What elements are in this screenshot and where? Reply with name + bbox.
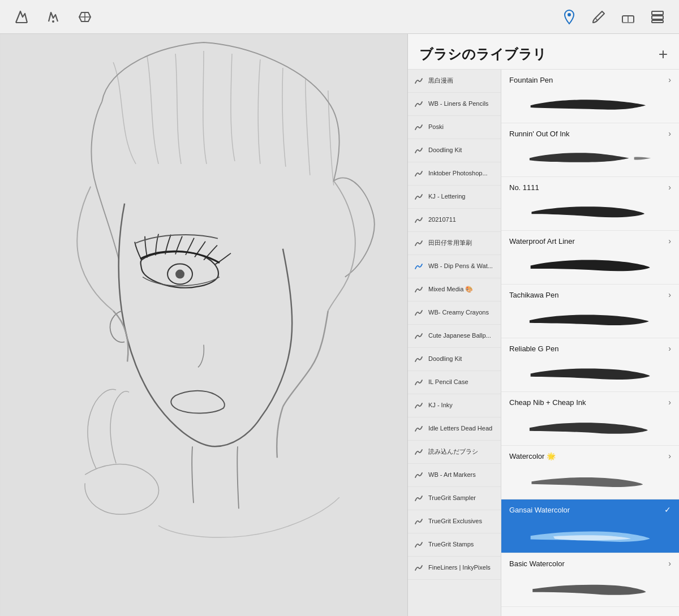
sketch-icon[interactable] (43, 7, 63, 27)
brush-stroke-preview (509, 303, 671, 332)
category-item[interactable]: Doodling Kit (408, 348, 501, 371)
brush-item[interactable]: Reliable G Pen› (501, 338, 679, 392)
category-label: 読み込んだブラシ (428, 448, 478, 455)
brush-body: 黒白漫画 WB - Liners & Pencils Poski Doodlin… (408, 70, 679, 616)
category-brush-icon (414, 354, 424, 364)
category-item[interactable]: WB- Creamy Crayons (408, 301, 501, 325)
category-item[interactable]: TrueGrit Exclusives (408, 510, 501, 533)
brush-item[interactable]: Fountain Pen› (501, 70, 679, 123)
category-item[interactable]: Doodling Kit (408, 139, 501, 162)
brush-panel: ブラシのライブラリ + 黒白漫画 WB - Liners & Pencils P… (407, 34, 679, 616)
category-label: Cute Japanese Ballp... (428, 332, 491, 339)
category-item[interactable]: Cute Japanese Ballp... (408, 325, 501, 348)
category-item[interactable]: FineLiners | InkyPixels (408, 557, 501, 580)
brush-name: Gansai Watercolor✓ (509, 505, 671, 514)
category-brush-icon (414, 470, 424, 480)
brush-name-label: Watercolor 🌟 (509, 452, 556, 460)
brush-item[interactable]: Tachikawa Pen› (501, 285, 679, 338)
brush-panel-title: ブラシのライブラリ (419, 45, 547, 63)
brush-item[interactable]: Waterproof Art Liner› (501, 231, 679, 285)
category-brush-icon (414, 215, 424, 225)
category-item[interactable]: 読み込んだブラシ (408, 441, 501, 464)
brush-stroke-preview (509, 464, 671, 493)
category-brush-icon (414, 122, 424, 132)
category-item[interactable]: 田田仔常用筆刷 (408, 232, 501, 255)
brush-edit-icon: › (668, 129, 671, 138)
brush-edit-icon: › (668, 559, 671, 568)
brush-edit-icon: ✓ (664, 505, 671, 514)
category-label: TrueGrit Exclusives (428, 518, 482, 525)
brush-name-label: Fountain Pen (509, 76, 553, 84)
category-item[interactable]: KJ - Inky (408, 394, 501, 417)
category-label: WB- Creamy Crayons (428, 309, 489, 316)
category-label: Doodling Kit (428, 355, 462, 363)
category-item[interactable]: 20210711 (408, 209, 501, 232)
category-brush-icon (414, 400, 424, 411)
brush-icon[interactable] (588, 7, 609, 27)
brush-item[interactable]: Cheap Nib + Cheap Ink› (501, 392, 679, 446)
svg-point-1 (52, 20, 54, 23)
transform-icon[interactable] (75, 7, 95, 27)
category-brush-icon (414, 285, 424, 295)
category-brush-icon (414, 424, 424, 434)
brush-edit-icon: › (668, 451, 671, 460)
category-brush-icon (414, 493, 424, 503)
brush-name-label: Cheap Nib + Cheap Ink (509, 398, 586, 407)
brush-name: Runnin' Out Of Ink› (509, 129, 671, 138)
category-item[interactable]: TrueGrit Sampler (408, 487, 501, 510)
toolbar-left (11, 7, 95, 27)
category-label: WB - Art Markers (428, 471, 476, 479)
brush-edit-icon: › (668, 398, 671, 407)
category-brush-icon (414, 261, 424, 272)
category-item[interactable]: WB - Dip Pens & Wat... (408, 255, 501, 278)
category-item[interactable]: Poski (408, 116, 501, 139)
brush-item[interactable]: Basic Watercolor› (501, 553, 679, 607)
brush-name: Watercolor 🌟› (509, 451, 671, 460)
brush-name-label: Runnin' Out Of Ink (509, 130, 570, 138)
category-brush-icon (414, 169, 424, 179)
categories-column: 黒白漫画 WB - Liners & Pencils Poski Doodlin… (408, 70, 501, 616)
category-label: Inktober Photoshop... (428, 170, 488, 177)
brush-stroke-preview (509, 141, 671, 171)
category-brush-icon (414, 331, 424, 341)
brush-edit-icon: › (668, 290, 671, 299)
pen-icon[interactable] (559, 7, 579, 27)
category-item[interactable]: WB - Art Markers (408, 464, 501, 487)
brush-stroke-preview (509, 195, 671, 225)
brush-item[interactable]: Gansai Watercolor✓ (501, 499, 679, 553)
brush-item[interactable]: No. 1111› (501, 177, 679, 231)
brush-name-label: Tachikawa Pen (509, 291, 558, 299)
category-brush-icon (414, 516, 424, 527)
canvas-sketch (0, 34, 407, 616)
category-label: 田田仔常用筆刷 (428, 239, 472, 247)
category-label: Idle Letters Dead Head (428, 425, 492, 432)
category-item[interactable]: Inktober Photoshop... (408, 162, 501, 186)
brush-name-label: No. 1111 (509, 183, 539, 192)
eraser-icon[interactable] (618, 7, 638, 27)
category-item[interactable]: Idle Letters Dead Head (408, 417, 501, 441)
category-item[interactable]: KJ - Lettering (408, 186, 501, 209)
brush-name-label: Reliable G Pen (509, 344, 558, 353)
category-item[interactable]: TrueGrit Stamps (408, 533, 501, 557)
sketch-svg (0, 34, 407, 616)
category-item[interactable]: Mixed Media 🎨 (408, 278, 501, 301)
brush-item[interactable]: Watercolor 🌟› (501, 446, 679, 499)
brush-name: Basic Watercolor› (509, 559, 671, 568)
category-label: FineLiners | InkyPixels (428, 564, 491, 571)
brush-stroke-preview (509, 356, 671, 386)
layers-icon[interactable] (647, 7, 668, 27)
category-item[interactable]: IL Pencil Case (408, 371, 501, 394)
category-brush-icon (414, 192, 424, 202)
brush-item[interactable]: Runnin' Out Of Ink› (501, 123, 679, 177)
brush-stroke-preview (509, 88, 671, 117)
category-item[interactable]: 黒白漫画 (408, 70, 501, 93)
add-button[interactable]: + (659, 46, 668, 62)
auto-icon[interactable] (11, 7, 32, 27)
category-label: IL Pencil Case (428, 378, 469, 386)
canvas-area[interactable] (0, 34, 407, 616)
brush-edit-icon: › (668, 344, 671, 353)
toolbar (0, 0, 679, 34)
brush-stroke-preview (509, 518, 671, 547)
brush-name: Tachikawa Pen› (509, 290, 671, 299)
category-item[interactable]: WB - Liners & Pencils (408, 93, 501, 116)
